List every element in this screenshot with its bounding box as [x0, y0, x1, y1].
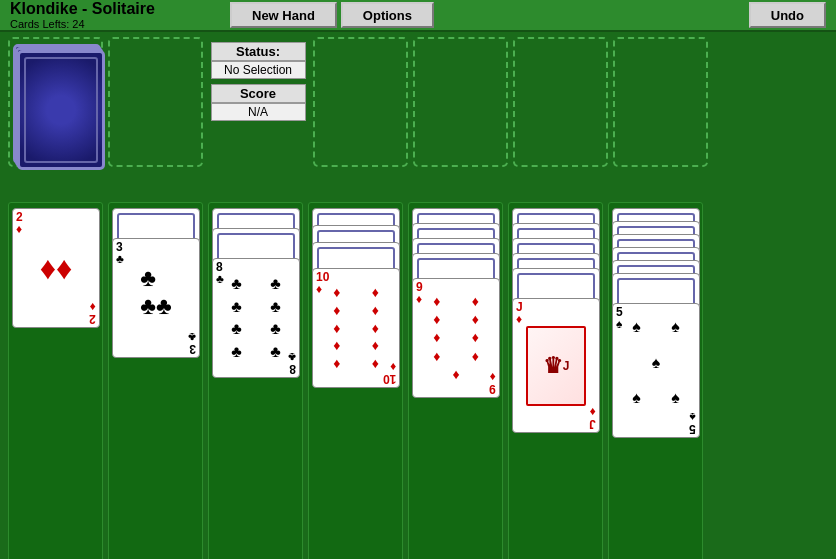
tableau-col-6[interactable]: J♦ J♦ ♛J	[508, 202, 603, 559]
card-10d[interactable]: 10♦ 10♦ ♦♦ ♦♦ ♦♦ ♦♦ ♦♦	[312, 268, 400, 388]
tableau-col-5[interactable]: 9♦ 9♦ ♦♦ ♦♦ ♦♦ ♦♦ ♦	[408, 202, 503, 559]
stock-pile[interactable]	[8, 37, 103, 167]
card-9d[interactable]: 9♦ 9♦ ♦♦ ♦♦ ♦♦ ♦♦ ♦	[412, 278, 500, 398]
foundation-4[interactable]	[613, 37, 708, 167]
top-section: Status: No Selection Score N/A	[0, 32, 836, 197]
card-face-art: ♛J	[517, 315, 595, 416]
title-area: Klondike - Solitaire Cards Lefts: 24	[0, 0, 220, 30]
options-button[interactable]: Options	[341, 2, 434, 28]
card-5s[interactable]: 5♠ 5♠ ♠♠ ♠ ♠♠	[612, 303, 700, 438]
card-8c[interactable]: 8♣ 8♣ ♣♣ ♣♣ ♣♣ ♣♣	[212, 258, 300, 378]
card-pips: ♦♦ ♦♦ ♦♦ ♦♦ ♦	[418, 293, 494, 383]
stock-card-3[interactable]	[17, 50, 105, 170]
score-value: N/A	[211, 103, 306, 121]
score-label: Score	[211, 84, 306, 103]
card-rank-br: 3♣	[188, 331, 196, 355]
card-rank-tl: 2♦	[16, 211, 23, 235]
card-pips: ♠♠ ♠ ♠♠	[618, 318, 694, 423]
foundation-1[interactable]	[313, 37, 408, 167]
app-title: Klondike - Solitaire	[10, 0, 210, 18]
undo-button[interactable]: Undo	[749, 2, 826, 28]
status-value: No Selection	[211, 61, 306, 79]
card-pips: ♣♣ ♣♣ ♣♣ ♣♣	[218, 274, 294, 362]
card-center-suit: ♣♣♣	[140, 264, 172, 320]
card-rank-br: 2♦	[89, 301, 96, 325]
card-jd[interactable]: J♦ J♦ ♛J	[512, 298, 600, 433]
tableau-col-4[interactable]: 10♦ 10♦ ♦♦ ♦♦ ♦♦ ♦♦ ♦♦	[308, 202, 403, 559]
tableau-col-1[interactable]: 2♦ 2♦ ♦♦	[8, 202, 103, 559]
card-3c[interactable]: 3♣ 3♣ ♣♣♣	[112, 238, 200, 358]
header: Klondike - Solitaire Cards Lefts: 24 New…	[0, 0, 836, 32]
tableau-col-2[interactable]: 3♣ 3♣ ♣♣♣	[108, 202, 203, 559]
status-label: Status:	[211, 42, 306, 61]
cards-left-label: Cards Lefts: 24	[10, 18, 210, 30]
tableau-col-3[interactable]: 8♣ 8♣ ♣♣ ♣♣ ♣♣ ♣♣	[208, 202, 303, 559]
waste-pile[interactable]	[108, 37, 203, 167]
card-rank-tl: 3♣	[116, 241, 124, 265]
foundation-2[interactable]	[413, 37, 508, 167]
foundation-3[interactable]	[513, 37, 608, 167]
new-hand-button[interactable]: New Hand	[230, 2, 337, 28]
card-pips: ♦♦ ♦♦ ♦♦ ♦♦ ♦♦	[318, 284, 394, 372]
status-panel: Status: No Selection Score N/A	[208, 37, 308, 126]
tableau: 2♦ 2♦ ♦♦ 3♣ 3♣ ♣♣♣ 8♣ 8♣ ♣♣ ♣♣ ♣♣ ♣♣	[0, 197, 836, 559]
card-center-suit: ♦♦	[40, 250, 73, 287]
card-2d[interactable]: 2♦ 2♦ ♦♦	[12, 208, 100, 328]
tableau-col-7[interactable]: 5♠ 5♠ ♠♠ ♠ ♠♠	[608, 202, 703, 559]
